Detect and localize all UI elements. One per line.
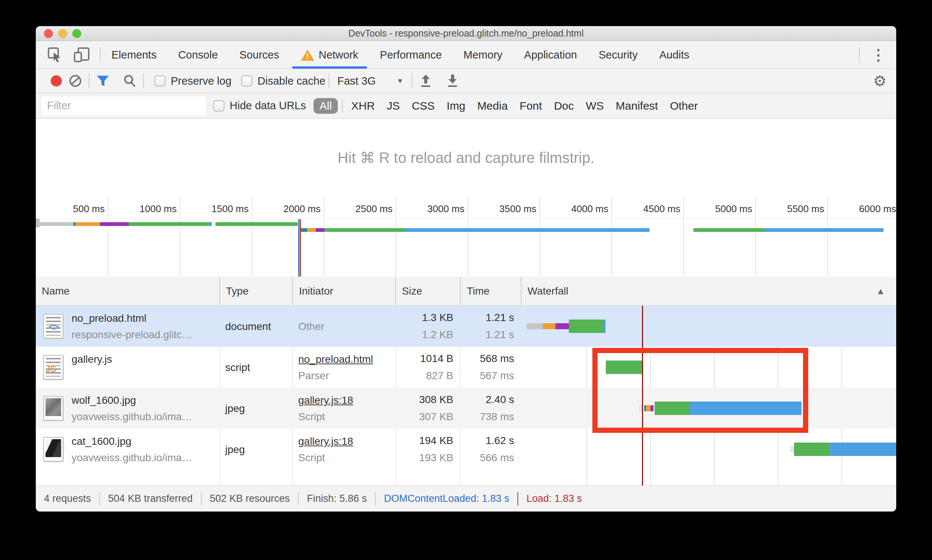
column-header-name[interactable]: Name xyxy=(36,277,219,306)
search-button[interactable] xyxy=(116,71,143,91)
sort-ascending-icon[interactable]: ▲ xyxy=(876,277,885,306)
column-header-type[interactable]: Type xyxy=(219,277,292,306)
filter-pill-js[interactable]: JS xyxy=(381,98,406,114)
overview-request-bar xyxy=(210,222,212,226)
filter-pill-doc[interactable]: Doc xyxy=(548,98,580,114)
tab-label: Console xyxy=(178,49,218,61)
column-header-size[interactable]: Size xyxy=(395,277,460,306)
overview-tick-label: 6000 ms xyxy=(859,203,896,215)
tab-label: Network xyxy=(319,49,358,61)
divider xyxy=(342,99,343,112)
request-time: 1.21 s xyxy=(486,312,514,324)
traffic-lights xyxy=(44,29,81,38)
file-type-icon-wolf xyxy=(43,396,63,420)
overview-request-bar xyxy=(316,228,325,232)
overview-gridline xyxy=(395,197,396,277)
initiator-other: Other xyxy=(298,321,325,332)
clear-network-log-button[interactable] xyxy=(62,71,89,91)
column-header-waterfall[interactable]: Waterfall xyxy=(521,277,896,306)
initiator-sub: Script xyxy=(298,452,325,464)
filter-pill-xhr[interactable]: XHR xyxy=(345,98,381,114)
search-icon xyxy=(123,74,137,88)
filter-pill-css[interactable]: CSS xyxy=(406,98,441,114)
overview-request-bar xyxy=(307,228,316,232)
tab-security[interactable]: Security xyxy=(588,41,649,69)
request-time: 1.62 s xyxy=(486,435,514,447)
zoom-window-button[interactable] xyxy=(72,29,81,38)
request-type: jpeg xyxy=(225,403,245,415)
import-har-button[interactable] xyxy=(412,71,439,91)
waterfall-segment-waiting xyxy=(569,320,603,333)
initiator-link[interactable]: gallery.js:18 xyxy=(298,394,353,406)
request-time-sub: 1.21 s xyxy=(486,329,514,341)
throttling-dropdown[interactable]: Fast 3G ▼ xyxy=(337,75,403,87)
filter-toggle-button[interactable] xyxy=(89,71,116,91)
filter-pill-ws[interactable]: WS xyxy=(580,98,609,114)
filter-pill-font[interactable]: Font xyxy=(514,98,548,114)
initiator-link[interactable]: no_preload.html xyxy=(298,354,373,365)
download-icon xyxy=(446,74,459,88)
waterfall-segment-download xyxy=(829,443,896,456)
request-name-sub: yoavweiss.github.io/ima… xyxy=(72,452,192,464)
request-size: 1.3 KB xyxy=(422,312,453,324)
tab-memory[interactable]: Memory xyxy=(452,41,513,69)
inspect-element-icon[interactable] xyxy=(47,47,63,63)
overview-request-bar xyxy=(764,228,884,232)
request-type: jpeg xyxy=(225,444,245,455)
network-overview-timeline[interactable]: 500 ms1000 ms1500 ms2000 ms2500 ms3000 m… xyxy=(36,197,896,277)
hide-data-urls-checkbox[interactable] xyxy=(213,100,225,111)
request-name: wolf_1600.jpg xyxy=(72,394,136,406)
table-row[interactable]: <>no_preload.htmlresponsive-preload.glit… xyxy=(36,306,896,347)
close-window-button[interactable] xyxy=(44,29,53,38)
tab-audits[interactable]: Audits xyxy=(648,41,700,69)
preserve-log-checkbox[interactable] xyxy=(154,75,166,86)
tab-network[interactable]: !Network xyxy=(290,41,369,69)
filter-pill-media[interactable]: Media xyxy=(471,98,514,114)
minimize-window-button[interactable] xyxy=(58,29,67,38)
file-type-icon-js: JS xyxy=(43,355,63,380)
filter-input[interactable] xyxy=(42,97,206,115)
overview-tick-label: 3000 ms xyxy=(427,203,468,215)
tab-label: Application xyxy=(524,49,577,61)
overview-tick-label: 5500 ms xyxy=(787,203,827,215)
more-options-icon[interactable]: ⋮ xyxy=(860,46,886,63)
chevron-down-icon: ▼ xyxy=(397,77,403,85)
image-thumbnail-wolf xyxy=(46,398,61,416)
tab-label: Sources xyxy=(239,49,279,61)
record-network-log-button[interactable] xyxy=(51,75,62,86)
waterfall-segment-connect xyxy=(543,323,555,329)
column-header-initiator[interactable]: Initiator xyxy=(292,277,395,306)
tab-sources[interactable]: Sources xyxy=(229,41,290,69)
initiator-link[interactable]: gallery.js:18 xyxy=(298,435,353,448)
tab-console[interactable]: Console xyxy=(168,41,229,69)
disable-cache-checkbox[interactable] xyxy=(241,75,252,86)
tab-elements[interactable]: Elements xyxy=(101,41,168,69)
overview-request-bar xyxy=(100,222,129,226)
settings-gear-icon[interactable]: ⚙ xyxy=(873,72,886,89)
filter-pill-manifest[interactable]: Manifest xyxy=(610,98,664,114)
requests-table-header: NameTypeInitiatorSizeTimeWaterfall▲ xyxy=(36,277,896,306)
warning-icon: ! xyxy=(301,49,314,61)
resource-type-filters: AllXHRJSCSSImgMediaFontDocWSManifestOthe… xyxy=(311,98,704,114)
table-row[interactable]: cat_1600.jpgyoavweiss.github.io/ima…jpeg… xyxy=(36,429,896,470)
overview-request-bar xyxy=(404,228,649,232)
filter-pill-img[interactable]: Img xyxy=(441,98,471,114)
request-time: 568 ms xyxy=(480,353,514,365)
tab-application[interactable]: Application xyxy=(513,41,588,69)
export-har-button[interactable] xyxy=(439,71,466,91)
filter-pill-other[interactable]: Other xyxy=(664,98,704,114)
overview-tick-label: 4000 ms xyxy=(571,203,611,215)
device-toolbar-icon[interactable] xyxy=(73,47,91,63)
filter-pill-all[interactable]: All xyxy=(314,98,338,114)
overview-tick-label: 1000 ms xyxy=(140,203,180,215)
overview-tick-label: 3500 ms xyxy=(499,203,540,215)
overview-tick-label: 500 ms xyxy=(73,203,108,215)
waterfall-segment-ssl xyxy=(555,323,569,329)
column-header-time[interactable]: Time xyxy=(460,277,521,306)
overview-tick-label: 5000 ms xyxy=(715,203,755,215)
overview-tick-label: 2000 ms xyxy=(283,203,324,215)
status-item-3: Finish: 5.86 s xyxy=(298,493,375,505)
overview-gridline xyxy=(180,197,180,277)
request-size: 194 KB xyxy=(419,435,453,447)
tab-performance[interactable]: Performance xyxy=(369,41,452,69)
